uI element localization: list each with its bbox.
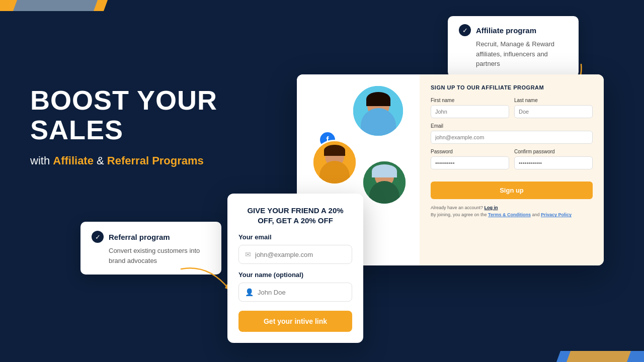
affiliate-check-icon: ✓ [459, 24, 471, 36]
popup-title: GIVE YOUR FRIEND A 20% OFF, GET A 20% OF… [238, 206, 352, 225]
privacy-link[interactable]: Privacy Policy [541, 212, 572, 217]
avatar-3 [362, 160, 407, 205]
and-text: and [532, 212, 541, 217]
password-input[interactable] [431, 156, 509, 169]
email-group: Email [431, 123, 593, 144]
already-account-text: Already have an account? [431, 205, 483, 210]
email-input-icon: ✉ [245, 250, 251, 258]
hero-section: BOOST YOUR SALES with Affiliate & Referr… [30, 85, 272, 167]
signup-button[interactable]: Sign up [431, 182, 593, 199]
password-group: Password [431, 149, 509, 169]
popup-email-input[interactable] [255, 251, 346, 258]
email-label-popup: Your email [238, 233, 352, 241]
first-name-input[interactable] [431, 105, 509, 118]
email-input-wrap: ✉ [238, 245, 352, 264]
confirm-password-group: Confirm password [514, 149, 593, 169]
referral-check-icon: ✓ [92, 231, 104, 243]
last-name-label: Last name [514, 98, 593, 103]
confirm-password-input[interactable] [514, 156, 593, 169]
last-name-input[interactable] [514, 105, 593, 118]
referral-card-description: Convert existing customers into brand ad… [109, 246, 210, 265]
password-label: Password [431, 149, 509, 154]
email-row: Email [431, 123, 593, 144]
last-name-group: Last name [514, 98, 593, 118]
signup-form-panel: SIGN UP TO OUR AFFILIATE PROGRAM First n… [420, 74, 604, 265]
email-input[interactable] [431, 131, 593, 144]
terms-text: By joining, you agree on the [431, 212, 488, 217]
form-title: SIGN UP TO OUR AFFILIATE PROGRAM [431, 84, 593, 90]
referral-card-header: ✓ Referral program [92, 231, 210, 243]
name-row: First name Last name [431, 98, 593, 118]
avatar-2 [312, 140, 357, 185]
confirm-password-label: Confirm password [514, 149, 593, 154]
first-name-group: First name [431, 98, 509, 118]
login-link[interactable]: Log in [485, 205, 498, 210]
decorative-stripe-bottom-right-2 [567, 351, 631, 362]
hero-title: BOOST YOUR SALES [30, 85, 272, 145]
decorative-stripe-top-left-2 [13, 0, 98, 11]
form-footer: Already have an account? Log in By joini… [431, 204, 593, 219]
email-label: Email [431, 123, 593, 129]
subtitle-ampersand: & [97, 154, 107, 167]
subtitle-affiliate: Affiliate [53, 154, 94, 167]
name-label-popup: Your name (optional) [238, 271, 352, 279]
terms-link[interactable]: Terms & Conditions [488, 212, 531, 217]
subtitle-prefix: with [30, 154, 53, 167]
affiliate-card-title: Affiliate program [476, 26, 536, 35]
popup-name-input[interactable] [258, 289, 346, 296]
password-row: Password Confirm password [431, 149, 593, 169]
affiliate-card-header: ✓ Affiliate program [459, 24, 568, 36]
hero-subtitle: with Affiliate & Referral Programs [30, 154, 272, 167]
first-name-label: First name [431, 98, 509, 103]
referral-card-title: Referral program [109, 233, 170, 241]
subtitle-referral: Referral Programs [107, 154, 204, 167]
person-input-icon: 👤 [245, 288, 254, 296]
name-input-wrap: 👤 [238, 283, 352, 302]
referral-popup: GIVE YOUR FRIEND A 20% OFF, GET A 20% OF… [227, 194, 363, 343]
avatar-1 [352, 84, 405, 137]
get-invite-link-button[interactable]: Get your intive link [238, 311, 352, 332]
